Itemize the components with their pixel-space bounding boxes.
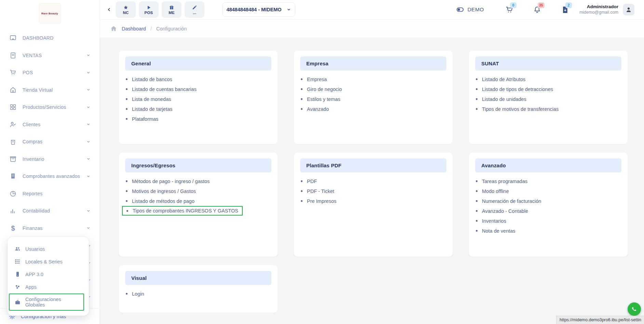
documents-badge: 2: [565, 2, 572, 8]
breadcrumb-separator: /: [150, 26, 152, 31]
sidebar-item-tienda-virtual[interactable]: Tienda Virtual: [0, 81, 99, 99]
settings-link-listado-de-m-todos-de-pago[interactable]: Listado de métodos de pago: [126, 196, 271, 206]
settings-link-label: Nota de ventas: [482, 228, 515, 234]
sidebar-item-pos[interactable]: POS: [0, 64, 99, 81]
settings-link-listado-de-cuentas-bancarias[interactable]: Listado de cuentas bancarias: [126, 84, 271, 94]
settings-link-empresa[interactable]: Empresa: [301, 74, 446, 84]
settings-link-tipos-de-motivos-de-transferencias[interactable]: Tipos de motivos de transferencias: [476, 104, 621, 114]
bullet-icon: [476, 230, 478, 232]
sidebar-item-label: Comprobantes avanzados: [23, 173, 86, 179]
settings-link-listado-de-bancos[interactable]: Listado de bancos: [126, 74, 271, 84]
topbar: NCPOSME... 48484848484 - MIDEMO DEMO 0 3…: [100, 0, 644, 20]
sidebar-item-label: VENTAS: [23, 53, 86, 58]
sidebar-item-comprobantes-avanzados[interactable]: Comprobantes avanzados: [0, 168, 99, 185]
card-title: SUNAT: [475, 56, 621, 70]
settings-link-numeraci-n-de-facturaci-n[interactable]: Numeración de facturación: [476, 196, 621, 206]
popup-item-usuarios[interactable]: Usuarios: [8, 243, 89, 255]
popup-item-app-3-0[interactable]: APP 3.0: [8, 268, 89, 281]
settings-link-listado-de-tarjetas[interactable]: Listado de tarjetas: [126, 104, 271, 114]
breadcrumb-dashboard[interactable]: Dashboard: [122, 26, 146, 31]
sidebar-collapse-button[interactable]: [105, 5, 113, 14]
settings-link-listado-de-unidades[interactable]: Listado de unidades: [476, 94, 621, 104]
bullet-icon: [476, 200, 478, 202]
settings-popup-menu: UsuariosLocales & SeriesAPP 3.0AppsConfi…: [8, 237, 89, 316]
card-title: Visual: [125, 271, 271, 285]
popup-item-configuraciones-globales[interactable]: Configuraciones Globales: [9, 294, 84, 311]
sidebar-item-finanzas[interactable]: $Finanzas: [0, 220, 99, 237]
toolbar-button-pos[interactable]: POS: [139, 1, 159, 18]
pencil-icon: [192, 5, 197, 10]
sidebar-item-clientes[interactable]: Clientes: [0, 116, 99, 133]
chevron-down-icon: [86, 226, 91, 230]
popup-item-apps[interactable]: Apps: [8, 281, 89, 293]
whatsapp-button[interactable]: [628, 302, 641, 316]
settings-link-motivos-de-ingresos-gastos[interactable]: Motivos de ingresos / Gastos: [126, 186, 271, 196]
sidebar-item-contabilidad[interactable]: Contabilidad: [0, 202, 99, 220]
user-name: Administrador: [579, 4, 618, 10]
sidebar-item-dashboard[interactable]: DASHBOARD: [0, 29, 99, 47]
chevron-down-icon: [86, 122, 91, 127]
toolbar-button-more[interactable]: ...: [185, 1, 204, 18]
settings-link-label: Login: [132, 291, 144, 297]
logo[interactable]: Rare Beauty: [0, 0, 99, 27]
settings-link-login[interactable]: Login: [126, 289, 271, 299]
settings-link-giro-de-negocio[interactable]: Giro de negocio: [301, 84, 446, 94]
sidebar-item-reportes[interactable]: Reportes: [0, 185, 99, 203]
bullet-icon: [126, 108, 128, 110]
settings-link-label: Listado de tarjetas: [132, 106, 173, 112]
bullet-icon: [301, 180, 303, 182]
settings-link-label: Avanzado - Contable: [482, 208, 528, 214]
sidebar-item-compras[interactable]: Compras: [0, 133, 99, 151]
settings-link-avanzado-contable[interactable]: Avanzado - Contable: [476, 206, 621, 216]
settings-link-label: Listado de métodos de pago: [132, 198, 194, 204]
settings-link-label: Listado de cuentas bancarias: [132, 87, 197, 92]
home-icon[interactable]: [110, 25, 117, 32]
popup-item-label: Apps: [25, 284, 37, 290]
sidebar-item-productos-servicios[interactable]: Productos/Servicios: [0, 99, 99, 116]
toolbar-button-nc[interactable]: NC: [116, 1, 136, 18]
company-select[interactable]: 48484848484 - MIDEMO: [222, 2, 295, 17]
settings-link-m-todos-de-pago-ingreso-gastos[interactable]: Métodos de pago - ingreso / gastos: [126, 176, 271, 186]
settings-link-pre-impresos[interactable]: Pre Impresos: [301, 196, 446, 206]
avatar[interactable]: [623, 4, 634, 15]
apps-cluster-icon: [14, 284, 21, 290]
documents-button[interactable]: 2: [561, 5, 569, 14]
bullet-icon: [126, 180, 128, 182]
settings-link-nota-de-ventas[interactable]: Nota de ventas: [476, 226, 621, 236]
settings-card-grid: GeneralListado de bancosListado de cuent…: [119, 51, 628, 313]
toolbar-button-label: ME: [169, 11, 175, 15]
sidebar-item-inventario[interactable]: Inventario: [0, 151, 99, 168]
settings-link-lista-de-monedas[interactable]: Lista de monedas: [126, 94, 271, 104]
sidebar-item-label: Inventario: [23, 156, 86, 162]
settings-link-modo-offline[interactable]: Modo offline: [476, 186, 621, 196]
sidebar-item-label: Finanzas: [23, 225, 86, 231]
bullet-icon: [301, 200, 303, 202]
sidebar-item-ventas[interactable]: VENTAS: [0, 47, 99, 64]
settings-link-pdf-ticket[interactable]: PDF - Ticket: [301, 186, 446, 196]
settings-link-label: Modo offline: [482, 189, 509, 194]
settings-link-listado-de-atributos[interactable]: Listado de Atributos: [476, 74, 621, 84]
settings-link-label: Listado de tipos de detracciones: [482, 87, 553, 92]
toolbar-button-me[interactable]: ME: [162, 1, 182, 18]
settings-link-label: Métodos de pago - ingreso / gastos: [132, 179, 210, 184]
settings-link-tipos-de-comprobantes-ingresos-y-gastos[interactable]: Tipos de comprobantes INGRESOS Y GASTOS: [122, 206, 243, 216]
notifications-button[interactable]: 35: [533, 5, 541, 14]
settings-link-avanzado[interactable]: Avanzado: [301, 104, 446, 114]
settings-link-inventarios[interactable]: Inventarios: [476, 216, 621, 226]
user-menu[interactable]: Administrador midemo@gmail.com: [579, 4, 618, 15]
status-url-tooltip: https://midemo.demo3pro6.ibu.pe/list-set…: [556, 316, 644, 324]
settings-link-label: Listado de Atributos: [482, 77, 525, 82]
settings-link-pdf[interactable]: PDF: [301, 176, 446, 186]
dashboard-icon: [9, 34, 17, 42]
settings-link-label: Empresa: [307, 77, 327, 82]
settings-link-estilos-y-temas[interactable]: Estilos y temas: [301, 94, 446, 104]
settings-link-plataformas[interactable]: Plataformas: [126, 114, 271, 124]
popup-item-locales-series[interactable]: Locales & Series: [8, 255, 89, 268]
settings-link-listado-de-tipos-de-detracciones[interactable]: Listado de tipos de detracciones: [476, 84, 621, 94]
bullet-icon: [476, 180, 478, 182]
toolbar-actions: NCPOSME...: [116, 1, 207, 18]
cart-button[interactable]: 0: [505, 5, 514, 14]
bullet-icon: [301, 78, 303, 80]
settings-link-tareas-programadas[interactable]: Tareas programadas: [476, 176, 621, 186]
demo-toggle[interactable]: DEMO: [456, 5, 484, 14]
